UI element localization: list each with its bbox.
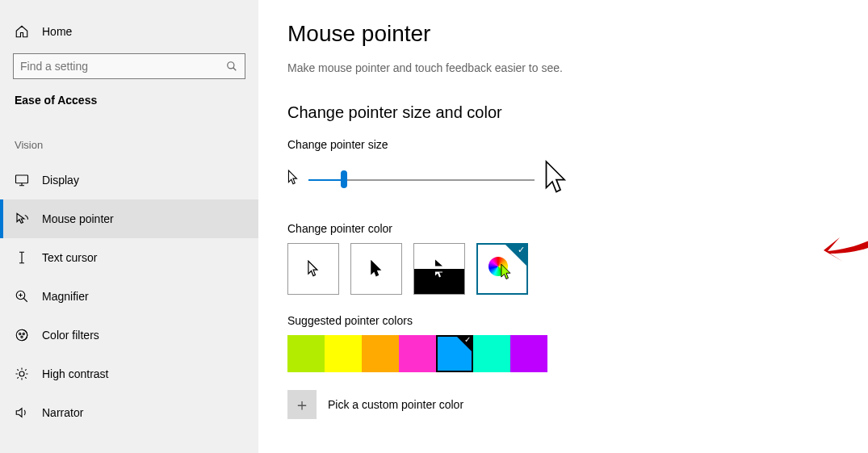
pointer-style-white[interactable] (287, 243, 339, 295)
vision-section-title: Vision (0, 115, 258, 161)
home-label: Home (42, 25, 72, 38)
main-content: Mouse pointer Make mouse pointer and tou… (258, 0, 868, 453)
svg-rect-1 (16, 175, 28, 183)
custom-color-row: ＋ Pick a custom pointer color (287, 390, 839, 419)
svg-point-7 (19, 371, 24, 376)
color-swatch[interactable] (399, 335, 436, 372)
nav-label: High contrast (42, 367, 108, 380)
color-swatch[interactable] (325, 335, 362, 372)
category-title: Ease of Access (0, 90, 258, 115)
nav-label: Narrator (42, 406, 83, 419)
nav-item-display[interactable]: Display (0, 161, 258, 199)
magnifier-icon (15, 289, 29, 304)
monitor-icon (15, 173, 29, 187)
suggested-colors-row (287, 335, 839, 372)
color-swatch[interactable] (436, 335, 473, 372)
nav-label: Text cursor (42, 251, 97, 264)
slider-thumb[interactable] (341, 170, 347, 188)
color-swatch[interactable] (287, 335, 325, 372)
high-contrast-icon (15, 367, 29, 381)
nav-item-color-filters[interactable]: Color filters (0, 316, 258, 354)
plus-icon: ＋ (294, 394, 310, 416)
add-custom-color-button[interactable]: ＋ (287, 390, 317, 419)
search-input[interactable] (13, 53, 245, 79)
text-cursor-icon (15, 250, 29, 265)
nav-label: Color filters (42, 329, 99, 342)
pointer-style-black[interactable] (350, 243, 402, 295)
nav-item-high-contrast[interactable]: High contrast (0, 354, 258, 393)
search-field[interactable] (20, 60, 225, 73)
mouse-pointer-icon (15, 212, 29, 226)
pointer-size-slider[interactable] (308, 170, 535, 189)
pointer-style-custom[interactable] (476, 243, 528, 295)
cursor-small-icon (287, 170, 299, 189)
color-swatch[interactable] (510, 335, 547, 372)
search-icon (225, 60, 238, 73)
pointer-color-options (287, 243, 839, 295)
color-swatch[interactable] (362, 335, 399, 372)
pointer-size-slider-row (287, 159, 839, 199)
nav-item-narrator[interactable]: Narrator (0, 393, 258, 432)
nav-label: Mouse pointer (42, 212, 114, 225)
svg-point-6 (21, 336, 23, 338)
nav-list: Display Mouse pointer Text cursor Magnif… (0, 161, 258, 432)
suggested-colors-label: Suggested pointer colors (287, 314, 839, 327)
home-icon (15, 24, 29, 39)
color-swatch[interactable] (473, 335, 510, 372)
sidebar: Home Ease of Access Vision Display Mouse… (0, 0, 258, 453)
nav-label: Magnifier (42, 290, 89, 303)
svg-point-5 (19, 333, 21, 334)
nav-item-text-cursor[interactable]: Text cursor (0, 238, 258, 277)
pointer-style-inverted[interactable] (413, 243, 465, 295)
home-button[interactable]: Home (0, 16, 258, 47)
svg-point-0 (228, 62, 234, 69)
narrator-icon (15, 405, 29, 420)
nav-label: Display (42, 174, 79, 187)
pointer-size-label: Change pointer size (287, 138, 839, 151)
section-heading: Change pointer size and color (287, 103, 839, 122)
nav-item-mouse-pointer[interactable]: Mouse pointer (0, 199, 258, 238)
page-subtitle: Make mouse pointer and touch feedback ea… (287, 61, 839, 74)
page-title: Mouse pointer (287, 21, 839, 47)
slider-fill (308, 179, 344, 181)
nav-item-magnifier[interactable]: Magnifier (0, 277, 258, 316)
svg-point-4 (23, 333, 24, 334)
pointer-color-label: Change pointer color (287, 222, 839, 235)
custom-color-label: Pick a custom pointer color (328, 398, 463, 411)
cursor-large-icon (544, 159, 568, 199)
color-filters-icon (15, 328, 29, 342)
